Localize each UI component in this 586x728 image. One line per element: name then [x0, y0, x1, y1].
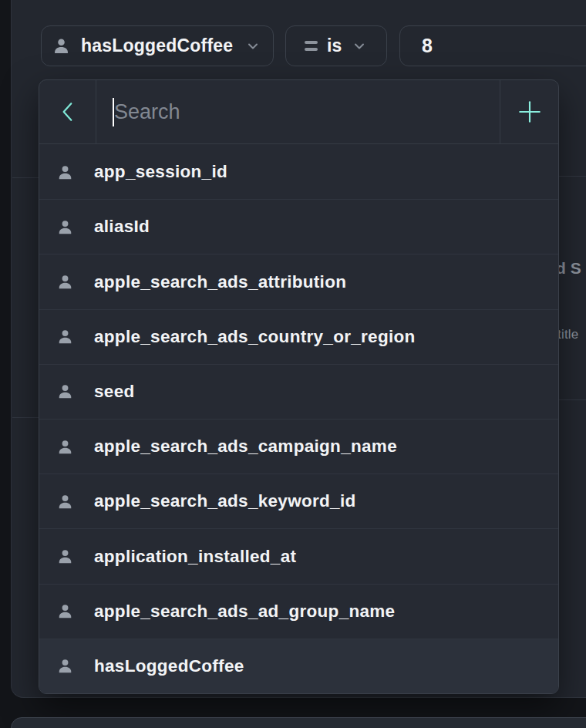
property-list-item[interactable]: aliasId: [39, 199, 558, 254]
dropdown-search-row: [39, 80, 558, 144]
background-text-fragment: d S: [556, 259, 581, 278]
user-icon: [56, 548, 74, 565]
property-list-item[interactable]: apple_search_ads_country_or_region: [39, 309, 558, 364]
property-list-item[interactable]: app_session_id: [39, 145, 558, 199]
bottom-card: [11, 717, 586, 728]
user-icon: [56, 328, 74, 345]
property-list-item[interactable]: apple_search_ads_campaign_name: [39, 419, 558, 474]
property-filter-label: hasLoggedCoffee: [81, 35, 234, 56]
property-name: apple_search_ads_keyword_id: [94, 491, 356, 511]
property-name: apple_search_ads_campaign_name: [94, 436, 397, 457]
property-list-item[interactable]: apple_search_ads_ad_group_name: [39, 584, 558, 639]
property-list-item[interactable]: apple_search_ads_keyword_id: [39, 474, 558, 528]
plus-icon: [517, 99, 543, 125]
user-icon: [56, 602, 74, 620]
add-property-button[interactable]: [500, 80, 558, 143]
user-icon: [56, 438, 74, 456]
property-list-item[interactable]: hasLoggedCoffee: [39, 639, 558, 693]
property-name: apple_search_ads_ad_group_name: [94, 602, 395, 622]
chevron-down-icon: [352, 39, 367, 54]
search-field[interactable]: [96, 80, 500, 143]
user-icon: [56, 657, 74, 675]
screen: d S title hasLoggedCoffee is 8: [0, 0, 586, 728]
value-field[interactable]: 8: [399, 25, 586, 66]
property-name: seed: [94, 382, 134, 402]
user-icon: [56, 383, 74, 400]
property-list-item[interactable]: application_installed_at: [39, 528, 558, 583]
search-input[interactable]: [114, 80, 500, 143]
divider: [557, 176, 586, 177]
operator-pill[interactable]: is: [285, 25, 387, 66]
property-dropdown: app_session_id aliasId apple_search_ads_…: [39, 79, 559, 694]
property-name: apple_search_ads_country_or_region: [94, 327, 416, 347]
property-list-item[interactable]: apple_search_ads_attribution: [39, 254, 558, 308]
equals-icon: [305, 41, 318, 51]
property-list-item[interactable]: seed: [39, 364, 558, 419]
property-filter-pill[interactable]: hasLoggedCoffee: [41, 25, 274, 66]
chevron-down-icon: [245, 39, 261, 54]
user-icon: [52, 36, 71, 56]
user-icon: [56, 218, 74, 236]
property-name: app_session_id: [94, 162, 227, 182]
user-icon: [56, 273, 74, 291]
divider: [557, 399, 586, 400]
divider: [12, 177, 41, 178]
property-list: app_session_id aliasId apple_search_ads_…: [39, 145, 558, 693]
property-name: hasLoggedCoffee: [94, 656, 244, 676]
property-name: apple_search_ads_attribution: [94, 272, 346, 292]
operator-label: is: [327, 35, 342, 56]
background-text-fragment: title: [557, 327, 578, 342]
divider: [12, 417, 41, 418]
chevron-left-icon: [58, 100, 78, 123]
value-text: 8: [422, 35, 433, 57]
user-icon: [56, 493, 74, 511]
property-name: aliasId: [94, 217, 150, 237]
user-icon: [56, 163, 74, 181]
property-name: application_installed_at: [94, 547, 296, 567]
back-button[interactable]: [39, 80, 96, 143]
